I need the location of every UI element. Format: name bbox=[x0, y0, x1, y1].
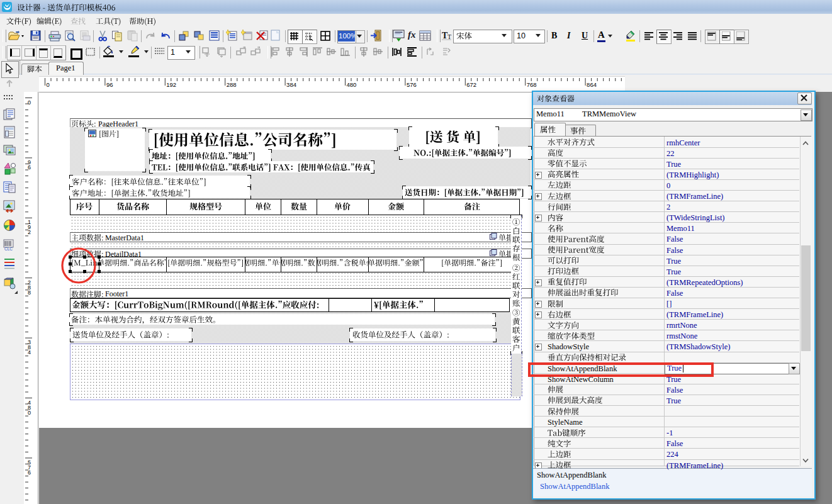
svg-text:T: T bbox=[447, 33, 451, 40]
svg-text:CLC: CLC bbox=[4, 247, 13, 251]
